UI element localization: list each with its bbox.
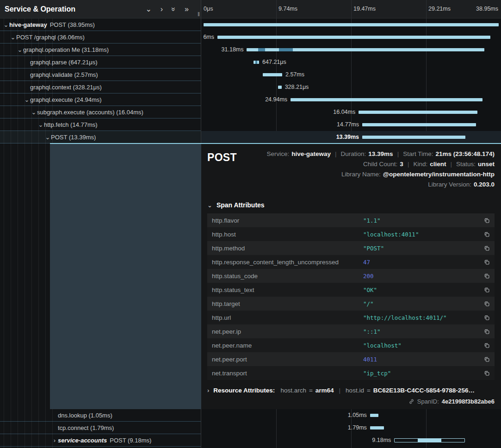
chevron-right-icon[interactable]: › [51, 437, 58, 444]
double-chevron-right-icon[interactable]: » [185, 6, 189, 13]
duration-label: 24.94ms [265, 96, 291, 103]
copy-icon[interactable] [481, 315, 490, 321]
timeline-row[interactable]: 31.18ms [201, 44, 501, 56]
double-chevron-down-icon[interactable]: » [170, 7, 178, 11]
span-label: graphql.parse (647.21μs) [30, 59, 98, 66]
separator: | [408, 161, 409, 168]
attribute-key: http.flavor [212, 217, 363, 224]
copy-icon[interactable] [481, 329, 490, 335]
chevron-down-icon[interactable]: ⌄ [145, 6, 151, 13]
chevron-down-icon[interactable]: ⌄ [44, 134, 51, 141]
resource-value: arm64 [315, 387, 334, 394]
tree-row[interactable]: ›service-accountsPOST (9.18ms) [0, 434, 201, 447]
timeline-row[interactable]: 16.04ms [201, 106, 501, 118]
copy-icon[interactable] [481, 342, 490, 348]
attribute-value: 200 [363, 273, 481, 280]
copy-icon[interactable] [481, 218, 490, 224]
tree-row[interactable]: ⌄graphql.operation Me (31.18ms) [0, 44, 201, 56]
chevron-down-icon[interactable]: ⌄ [17, 46, 23, 53]
tree-row[interactable]: dns.lookup (1.05ms) [0, 409, 201, 422]
span-bar[interactable] [278, 86, 282, 89]
tree-row[interactable]: ⌄hive-gatewayPOST (38.95ms) [0, 19, 201, 31]
chevron-down-icon[interactable]: ⌄ [3, 21, 9, 28]
span-attributes-toggle[interactable]: ⌄Span Attributes [207, 201, 495, 209]
chevron-down-icon[interactable]: ⌄ [10, 34, 16, 41]
chevron-right-icon[interactable]: › [161, 6, 163, 13]
copy-icon[interactable] [481, 259, 490, 265]
resource-attributes-toggle[interactable]: › Resource Attributes: host.arch=arm64|h… [207, 387, 495, 394]
timeline-row[interactable]: 13.39ms [201, 131, 501, 143]
meta-value: 21ms (23:56:48.174) [435, 150, 495, 157]
span-bar-segment [418, 439, 441, 442]
span-bar[interactable] [370, 414, 378, 417]
span-bar[interactable] [370, 426, 384, 429]
copy-icon[interactable] [481, 356, 490, 362]
tree-row[interactable]: ⌄http.fetch (14.77ms) [0, 118, 201, 131]
chevron-down-icon[interactable]: ⌄ [24, 96, 30, 103]
tree-row[interactable]: ⌄POST /graphql (36.06ms) [0, 31, 201, 44]
meta-value: hive-gateway [291, 150, 331, 157]
copy-icon[interactable] [481, 245, 490, 251]
span-bar-dark-segment [255, 61, 257, 64]
timeline-row[interactable]: 2.57ms [201, 68, 501, 81]
attribute-row: http.flavor"1.1" [207, 213, 495, 227]
attribute-value: "/" [363, 300, 481, 307]
timeline-row[interactable]: 647.21μs [201, 56, 501, 68]
attribute-value: "POST" [363, 245, 481, 252]
span-id-line: SpanID: 4e21998f3b82abe6 [408, 398, 495, 405]
meta-label: Service: [266, 150, 289, 157]
timeline-row[interactable]: 328.21μs [201, 81, 501, 93]
span-bar[interactable] [362, 123, 476, 126]
timeline-row[interactable]: 14.77ms [201, 118, 501, 131]
attribute-value: "localhost" [363, 342, 481, 349]
copy-icon[interactable] [481, 287, 490, 293]
duration-label: 647.21μs [259, 59, 286, 65]
service-name: service-accounts [58, 437, 107, 444]
timeline-row[interactable] [201, 19, 501, 31]
tree-toolbar: ⌄ › » » [145, 6, 189, 13]
copy-icon[interactable] [481, 231, 490, 237]
copy-icon[interactable] [481, 301, 490, 307]
attribute-value: "::1" [363, 328, 481, 335]
attribute-row: http.status_text"OK" [207, 283, 495, 297]
span-label: graphql.validate (2.57ms) [30, 71, 98, 78]
tree-row[interactable]: ⌄graphql.execute (24.94ms) [0, 93, 201, 106]
copy-icon[interactable] [481, 370, 490, 376]
timeline-row[interactable]: 24.94ms [201, 93, 501, 106]
span-bar[interactable] [394, 438, 465, 442]
timeline-row[interactable]: 1.05ms [201, 409, 501, 422]
timeline-row[interactable]: 9.18ms [201, 434, 501, 447]
tree-row[interactable]: ⌄POST (13.39ms) [0, 131, 201, 143]
tree-row[interactable]: graphql.validate (2.57ms) [0, 68, 201, 81]
meta-label: Library Version: [428, 181, 471, 188]
duration-label: 328.21μs [282, 84, 309, 90]
link-icon[interactable] [408, 398, 414, 404]
attribute-row: http.status_code200 [207, 269, 495, 283]
span-bar[interactable] [217, 36, 490, 39]
meta-value: unset [478, 161, 495, 168]
span-meta: Service:hive-gateway|Duration:13.39ms|St… [237, 149, 495, 190]
attribute-value: "localhost:4011" [363, 231, 481, 238]
span-bar[interactable] [359, 111, 477, 114]
span-bar[interactable] [291, 98, 482, 101]
tree-row[interactable]: ⌄subgraph.execute (accounts) (16.04ms) [0, 106, 201, 118]
tree-row[interactable]: tcp.connect (1.79ms) [0, 422, 201, 434]
timeline-row[interactable]: 6ms [201, 31, 501, 44]
column-resizer-handle[interactable]: ‖ [198, 11, 200, 18]
span-bar[interactable] [362, 136, 465, 139]
duration-label: 9.18ms [372, 437, 394, 443]
tree-row[interactable]: graphql.parse (647.21μs) [0, 56, 201, 68]
span-detail-header: POST Service:hive-gateway|Duration:13.39… [207, 149, 495, 190]
attribute-key: net.peer.port [212, 356, 363, 363]
timeline-rows: 6ms31.18ms647.21μs2.57ms328.21μs24.94ms1… [201, 19, 501, 143]
chevron-down-icon[interactable]: ⌄ [37, 121, 44, 128]
span-bar[interactable] [263, 73, 282, 76]
span-bar-dark-segment [258, 48, 265, 51]
tree-row[interactable]: graphql.context (328.21μs) [0, 81, 201, 93]
chevron-down-icon[interactable]: ⌄ [31, 109, 37, 116]
timeline-row[interactable]: 1.79ms [201, 422, 501, 434]
copy-icon[interactable] [481, 273, 490, 279]
meta-label: Duration: [341, 150, 366, 157]
attribute-key: http.status_text [212, 286, 363, 293]
span-bar[interactable] [204, 23, 499, 26]
